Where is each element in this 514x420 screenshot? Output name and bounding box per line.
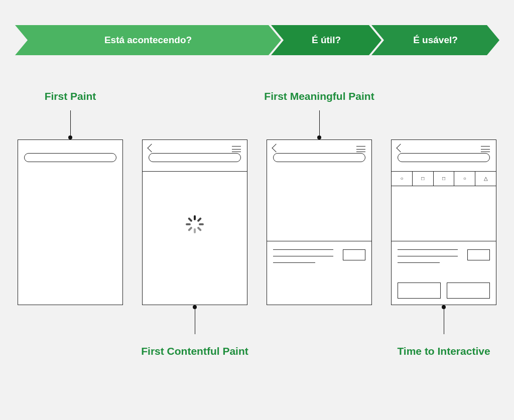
divider-icon <box>143 171 247 172</box>
label-first-paint: First Paint <box>45 90 96 104</box>
connector-fmp <box>317 104 321 139</box>
label-time-to-interactive: Time to Interactive <box>397 345 490 357</box>
chevron-row: Está acontecendo? É útil? É usável? <box>10 25 504 55</box>
connector-tti <box>442 305 446 345</box>
stages-row: First Paint <box>10 90 504 359</box>
stage-first-paint: First Paint <box>15 90 125 359</box>
back-chevron-icon <box>397 144 405 153</box>
diagram-container: Está acontecendo? É útil? É usável? Firs… <box>0 0 514 379</box>
connector-fcp <box>193 305 197 345</box>
mock-first-paint <box>18 139 123 305</box>
stage-first-meaningful-paint: First Meaningful Paint <box>264 90 374 359</box>
tabs-row-icon: ○ □ □ ○ △ <box>392 171 496 186</box>
spinner-icon <box>186 215 204 233</box>
mock-first-contentful-paint <box>142 139 247 305</box>
text-lines-icon <box>398 249 458 269</box>
mock-first-meaningful-paint <box>267 139 372 305</box>
tab-square-icon: □ <box>413 171 434 186</box>
back-chevron-icon <box>148 144 156 153</box>
hamburger-icon <box>481 146 490 152</box>
hamburger-icon <box>356 146 365 152</box>
stage-time-to-interactive: ○ □ □ ○ △ Time to Interactive <box>389 90 499 359</box>
search-pill-icon <box>273 153 365 162</box>
chevron-usable-label: É usável? <box>413 35 458 46</box>
hamburger-icon <box>232 146 241 152</box>
chevron-happening-label: Está acontecendo? <box>104 35 192 46</box>
connector-fp <box>68 104 72 139</box>
button-placeholder-icon <box>343 249 365 260</box>
chevron-useful: É útil? <box>271 25 381 55</box>
back-chevron-icon <box>272 144 281 153</box>
search-pill-icon <box>149 153 241 162</box>
button-placeholder-icon <box>467 249 490 260</box>
hero-placeholder-icon <box>392 186 496 241</box>
hero-placeholder-icon <box>267 171 371 241</box>
tab-square-icon: □ <box>434 171 455 186</box>
text-lines-icon <box>273 249 333 269</box>
chevron-useful-label: É útil? <box>312 35 341 46</box>
search-pill-icon <box>24 153 116 162</box>
chevron-happening: Está acontecendo? <box>15 25 281 55</box>
cards-row-icon <box>398 283 490 299</box>
tab-triangle-icon: △ <box>475 171 496 186</box>
label-first-meaningful-paint: First Meaningful Paint <box>264 90 374 104</box>
search-pill-icon <box>398 153 490 162</box>
chevron-usable: É usável? <box>371 25 499 55</box>
tab-circle-icon: ○ <box>392 171 413 186</box>
label-first-contentful-paint: First Contentful Paint <box>141 345 248 357</box>
stage-first-contentful-paint: First Contentful Paint <box>140 90 250 359</box>
mock-time-to-interactive: ○ □ □ ○ △ <box>391 139 496 305</box>
tab-circle-icon: ○ <box>454 171 475 186</box>
